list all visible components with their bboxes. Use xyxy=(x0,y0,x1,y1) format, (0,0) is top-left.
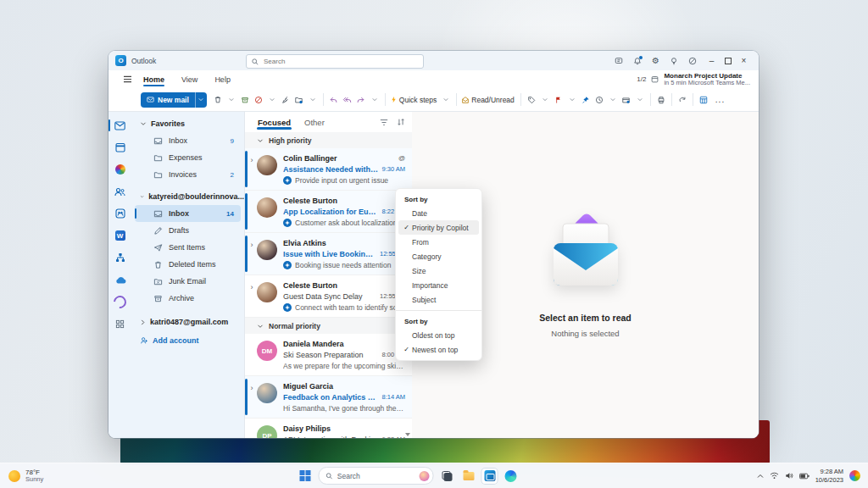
rules-dropdown[interactable] xyxy=(633,92,647,108)
read-unread-button[interactable]: Read/Unread xyxy=(460,92,517,108)
delete-button[interactable] xyxy=(211,92,225,108)
rail-mail-icon[interactable] xyxy=(108,114,131,136)
snooze-dropdown[interactable] xyxy=(606,92,620,108)
email-row[interactable]: ›Elvia AtkinsIssue with Live Booking Sys… xyxy=(245,233,412,275)
rail-groups-icon[interactable] xyxy=(108,202,131,225)
folder-item-drafts[interactable]: Drafts xyxy=(135,222,241,239)
expand-conversation-chevron[interactable]: › xyxy=(247,152,257,186)
folder-section-header[interactable]: katyreid@boulderinnova... xyxy=(131,188,244,205)
rail-more-apps-icon[interactable] xyxy=(108,313,131,335)
rail-org-chart-icon[interactable] xyxy=(108,247,131,269)
flag-dropdown[interactable] xyxy=(565,92,579,108)
expand-conversation-chevron[interactable]: › xyxy=(247,237,257,270)
move-to-dropdown[interactable] xyxy=(306,92,320,108)
outlook-taskbar-button[interactable] xyxy=(482,469,498,484)
sort-option-newest-on-top[interactable]: ✓Newest on top xyxy=(398,342,479,357)
folder-item-junk-email[interactable]: Junk Email xyxy=(135,273,241,290)
sort-option-category[interactable]: Category xyxy=(398,249,479,263)
notifications-bell-icon[interactable] xyxy=(633,57,642,65)
flag-button[interactable] xyxy=(552,92,565,108)
rail-calendar-icon[interactable] xyxy=(108,136,131,158)
minimize-button[interactable]: – xyxy=(704,52,720,69)
close-button[interactable]: × xyxy=(736,52,752,69)
copilot-icon[interactable] xyxy=(849,470,860,481)
new-mail-dropdown[interactable] xyxy=(195,92,207,108)
folder-section-header[interactable]: Favorites xyxy=(131,115,244,132)
folder-item-sent-items[interactable]: Sent Items xyxy=(135,239,241,256)
new-mail-button[interactable]: New mail xyxy=(141,92,207,108)
clock-widget[interactable]: 9:28 AM 10/6/2023 xyxy=(815,468,843,484)
battery-icon[interactable] xyxy=(799,473,810,480)
email-row[interactable]: ›Celeste BurtonGuest Data Sync Delay12:5… xyxy=(245,275,412,318)
pin-button[interactable] xyxy=(579,92,593,108)
feedback-icon[interactable] xyxy=(615,57,623,65)
forward-button[interactable] xyxy=(354,92,368,108)
archive-button[interactable] xyxy=(238,92,252,108)
weather-widget[interactable]: 78°F Sunny xyxy=(0,469,43,484)
snooze-button[interactable] xyxy=(593,92,606,108)
rail-people-icon[interactable] xyxy=(108,180,131,202)
report-button[interactable] xyxy=(252,92,265,108)
folder-item-archive[interactable]: Archive xyxy=(135,290,241,307)
tab-other[interactable]: Other xyxy=(303,114,326,130)
app-search-box[interactable] xyxy=(246,54,424,69)
sort-option-oldest-on-top[interactable]: Oldest on top xyxy=(398,328,479,342)
expand-conversation-chevron[interactable]: › xyxy=(247,380,257,413)
tips-lightbulb-icon[interactable] xyxy=(670,57,678,65)
tray-chevron-icon[interactable] xyxy=(757,474,764,479)
help-icon[interactable] xyxy=(688,57,697,65)
account-katri0487[interactable]: katri0487@gmail.com xyxy=(131,313,244,330)
tab-focused[interactable]: Focused xyxy=(257,114,292,130)
hamburger-menu-icon[interactable] xyxy=(120,75,134,83)
tag-button[interactable] xyxy=(525,92,538,108)
email-row[interactable]: DMDaniela ManderaSki Season Preparation8… xyxy=(245,334,412,376)
folder-item-expenses[interactable]: Expenses xyxy=(135,149,241,166)
edge-button[interactable] xyxy=(504,469,519,484)
tab-view[interactable]: View xyxy=(180,73,199,86)
maximize-button[interactable] xyxy=(720,52,736,69)
tag-dropdown[interactable] xyxy=(538,92,552,108)
settings-gear-icon[interactable]: ⚙ xyxy=(652,57,659,65)
table-button[interactable] xyxy=(697,92,710,108)
folder-item-inbox[interactable]: Inbox9 xyxy=(135,132,241,149)
reply-button[interactable] xyxy=(327,92,341,108)
reply-all-button[interactable] xyxy=(341,92,354,108)
start-button[interactable] xyxy=(298,469,313,484)
rail-word-icon[interactable]: W xyxy=(108,225,131,247)
quick-steps-button[interactable]: Quick steps xyxy=(389,92,439,108)
file-explorer-button[interactable] xyxy=(461,469,476,484)
rules-button[interactable] xyxy=(620,92,633,108)
email-row[interactable]: ›Miguel GarciaFeedback on Analytics Dash… xyxy=(245,376,412,419)
expand-conversation-chevron[interactable]: › xyxy=(247,280,257,313)
sort-option-subject[interactable]: Subject xyxy=(398,292,479,307)
folder-item-deleted-items[interactable]: Deleted Items xyxy=(135,256,241,273)
tab-home[interactable]: Home xyxy=(142,73,166,86)
sort-option-from[interactable]: From xyxy=(398,235,479,249)
folder-item-invoices[interactable]: Invoices2 xyxy=(135,166,241,183)
email-row[interactable]: DPDaisy PhilipsAPI Integration with Book… xyxy=(245,419,412,438)
sort-icon[interactable] xyxy=(397,118,405,126)
add-account-button[interactable]: Add account xyxy=(131,332,244,349)
sweep-button[interactable] xyxy=(279,92,292,108)
priority-group-header[interactable]: Normal priority xyxy=(245,318,412,334)
folder-item-inbox[interactable]: Inbox14 xyxy=(135,205,241,222)
search-input[interactable] xyxy=(262,57,418,66)
email-row[interactable]: ›Colin Ballinger@Assistance Needed with.… xyxy=(245,148,412,191)
undo-button[interactable] xyxy=(676,92,689,108)
sort-option-size[interactable]: Size xyxy=(398,263,479,278)
print-button[interactable] xyxy=(654,92,668,108)
report-dropdown[interactable] xyxy=(265,92,279,108)
sort-option-date[interactable]: Date xyxy=(398,206,479,220)
taskbar-search[interactable]: Search xyxy=(319,467,434,485)
email-row[interactable]: Celeste BurtonApp Localization for Europ… xyxy=(245,191,412,233)
scrollbar-down-arrow[interactable] xyxy=(405,433,410,436)
volume-icon[interactable] xyxy=(785,472,793,480)
tab-help[interactable]: Help xyxy=(213,73,232,86)
delete-dropdown[interactable] xyxy=(225,92,238,108)
more-commands-button[interactable]: ... xyxy=(715,95,725,104)
filter-icon[interactable] xyxy=(380,119,388,126)
rail-loop-icon[interactable] xyxy=(108,291,131,313)
rail-microsoft365-icon[interactable] xyxy=(108,158,131,180)
forward-dropdown[interactable] xyxy=(368,92,381,108)
quick-steps-dropdown[interactable] xyxy=(439,92,453,108)
